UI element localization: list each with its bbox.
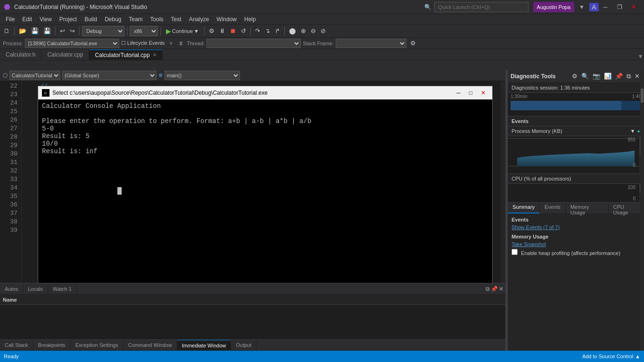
restart-btn[interactable]: ↺ [239, 26, 248, 36]
tab-exception-settings[interactable]: Exception Settings [71, 340, 124, 350]
tab-call-stack[interactable]: Call Stack [0, 340, 33, 350]
process-memory-label: Process Memory (KB) [512, 128, 562, 134]
diag-tab-memory-usage[interactable]: Memory Usage [566, 203, 609, 214]
disable-breakpoints-btn[interactable]: ⊘ [319, 26, 328, 36]
diag-tab-summary[interactable]: Summary [508, 203, 540, 214]
diag-pin-btn[interactable]: 📌 [614, 72, 624, 81]
tab-overflow-arrow[interactable]: ▾ [637, 52, 644, 60]
menu-file[interactable]: File [2, 15, 18, 24]
minimize-button[interactable]: ─ [599, 2, 612, 12]
right-panel-scrollbar[interactable] [640, 70, 644, 351]
tab-calculatortutorial-cpp[interactable]: CalculatorTutorial.cpp ✕ [89, 49, 162, 60]
console-close-btn[interactable]: ✕ [478, 89, 488, 97]
show-events-link[interactable]: Show Events (7 of 7) [512, 224, 640, 230]
save-btn[interactable]: 💾 [29, 26, 41, 36]
menu-help[interactable]: Help [240, 15, 260, 24]
diag-camera-btn[interactable]: 📷 [591, 72, 602, 81]
tab-close-icon[interactable]: ✕ [153, 52, 157, 58]
filter-btn[interactable]: ⧖ [177, 38, 185, 49]
new-breakpoint-btn[interactable]: ⊕ [299, 26, 308, 36]
diag-search-btn[interactable]: 🔍 [580, 72, 590, 81]
tab-output[interactable]: Output [231, 340, 256, 350]
diag-settings-btn[interactable]: ⚙ [570, 72, 579, 81]
function-select[interactable]: main() [165, 71, 240, 80]
thread-select[interactable] [206, 39, 301, 48]
project-select[interactable]: CalculatorTutorial [9, 71, 60, 80]
tab-watch1[interactable]: Watch 1 [48, 284, 77, 294]
undo-btn[interactable]: ↩ [58, 26, 67, 36]
menu-project[interactable]: Project [56, 15, 81, 24]
tab-immediate-window[interactable]: Immediate Window [177, 340, 231, 350]
console-line2 [42, 110, 488, 117]
menu-build[interactable]: Build [81, 15, 101, 24]
take-snapshot-link[interactable]: Take Snapshot [512, 241, 640, 247]
panel-close-btn[interactable]: ✕ [499, 286, 504, 292]
lifecycle-btn[interactable]: ☐ Lifecycle Events [121, 40, 165, 46]
menu-debug[interactable]: Debug [101, 15, 125, 24]
close-button[interactable]: ✕ [627, 2, 640, 12]
tab-locals[interactable]: Locals [23, 284, 48, 294]
save-all-btn[interactable]: 💾 [41, 26, 53, 36]
diag-tab-events[interactable]: Events [540, 203, 566, 214]
tab-breakpoints[interactable]: Breakpoints [33, 340, 71, 350]
panel-float-btn[interactable]: ⧉ [486, 286, 490, 292]
tab-command-window[interactable]: Command Window [124, 340, 177, 350]
console-minimize-btn[interactable]: ─ [454, 89, 463, 97]
menu-tools[interactable]: Tools [147, 15, 167, 24]
quick-launch-input[interactable] [434, 2, 528, 12]
memory-top-line [508, 138, 644, 139]
stackframe-select[interactable] [336, 39, 406, 48]
tab-breakpoints-label: Breakpoints [38, 342, 66, 348]
stop-btn[interactable]: ⏹ [228, 26, 238, 36]
editor-vscrollbar[interactable] [501, 81, 505, 283]
step-into-btn[interactable]: ↴ [263, 26, 272, 36]
line-27: 27 [0, 124, 17, 133]
timeline-bar [511, 101, 641, 110]
redo-btn[interactable]: ↪ [68, 26, 77, 36]
line-numbers: 22 23 24 25 26 27 28 29 30 31 32 33 34 3… [0, 81, 22, 283]
console-line4: 5-0 [42, 125, 488, 132]
console-cursor-line [42, 187, 488, 195]
continue-btn[interactable]: ▶ Continue ▼ [163, 26, 202, 36]
menu-test[interactable]: Test [167, 15, 185, 24]
pause-btn[interactable]: ⏸ [217, 26, 227, 36]
cpu-header: CPU (% of all processors) [508, 174, 644, 184]
enable-heap-checkbox[interactable] [512, 249, 518, 255]
tab-calculator-h[interactable]: Calculator.h [0, 49, 41, 60]
toolbar-filter-icon: ▼ [168, 41, 173, 46]
menu-window[interactable]: Window [213, 15, 240, 24]
console-line10 [42, 170, 488, 178]
toggle-breakpoint-btn[interactable]: ⬤ [287, 26, 298, 36]
diag-float-btn[interactable]: ⧉ [625, 72, 632, 81]
console-restore-btn[interactable]: □ [466, 89, 475, 97]
tab-calculator-cpp[interactable]: Calculator.cpp [41, 49, 89, 60]
new-project-btn[interactable]: 🗋 [2, 26, 12, 36]
bottom-panel: Autos Locals Watch 1 ⧉ 📌 ✕ [0, 283, 505, 339]
platform-select[interactable]: x86 [130, 26, 158, 36]
main-area: ⬡ CalculatorTutorial (Global Scope) ⊕ ma… [0, 70, 644, 351]
diag-tab-cpu-usage[interactable]: CPU Usage [609, 203, 644, 214]
restore-button[interactable]: ❐ [613, 2, 626, 12]
menu-edit[interactable]: Edit [18, 15, 36, 24]
menu-analyze[interactable]: Analyze [185, 15, 213, 24]
menu-view[interactable]: View [36, 15, 56, 24]
tab-autos[interactable]: Autos [0, 284, 23, 294]
tab-label-calculator-h: Calculator.h [6, 51, 35, 58]
step-over-btn[interactable]: ↷ [253, 26, 262, 36]
thread-label: Thread: [187, 41, 205, 46]
menu-team[interactable]: Team [125, 15, 146, 24]
process-select[interactable]: [13896] CalculatorTutorial.exe [25, 39, 119, 48]
tab-label-calculatortutorial-cpp: CalculatorTutorial.cpp [95, 52, 149, 58]
user-dropdown-icon: ▼ [579, 4, 585, 10]
panel-pin-btn[interactable]: 📌 [491, 286, 498, 292]
step-out-btn[interactable]: ↱ [273, 26, 282, 36]
delete-breakpoints-btn[interactable]: ⊖ [309, 26, 318, 36]
scope-select[interactable]: (Global Scope) [62, 71, 157, 80]
debug-mode-select[interactable]: Debug [82, 26, 124, 36]
stackframe-settings-btn[interactable]: ⚙ [408, 38, 418, 49]
diag-chart-btn[interactable]: 📊 [603, 72, 613, 81]
open-btn[interactable]: 📂 [17, 26, 28, 36]
show-diagnostics-btn[interactable]: ⚙ [207, 26, 216, 36]
add-to-source-control-btn[interactable]: Add to Source Control [582, 354, 633, 359]
console-content[interactable]: Calculator Console Application Please en… [38, 99, 492, 283]
